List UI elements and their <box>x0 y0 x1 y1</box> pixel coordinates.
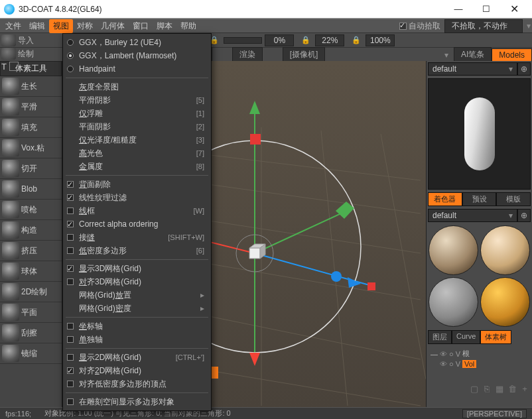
menu-item[interactable]: GGX，Lambert (Marmoset) <box>63 49 211 62</box>
voxel-tree: —👁○V根 👁○VVol <box>427 345 532 371</box>
menu-item[interactable]: GGX，Burley 12 (UE4) <box>63 36 211 49</box>
tool-球体[interactable]: 球体 <box>0 261 62 282</box>
menu-item[interactable]: 线框[W] <box>63 204 211 217</box>
menu-item[interactable]: 对齐低密度多边形的顶点 <box>63 377 211 390</box>
tool-构造[interactable]: 构造 <box>0 220 62 241</box>
menu-item[interactable]: 显示3D网格(Grid) <box>63 262 211 275</box>
tool-切开[interactable]: 切开 <box>0 158 62 179</box>
tool-平面[interactable]: 平面 <box>0 302 62 323</box>
rect-tool-icon[interactable] <box>9 62 19 71</box>
menu-item[interactable]: 金属度[8] <box>63 160 211 173</box>
menu-脚本[interactable]: 脚本 <box>153 19 176 33</box>
menu-item[interactable]: 背面剔除 <box>63 178 211 191</box>
shader-add-button[interactable]: ⊕ <box>517 209 531 222</box>
menu-item[interactable]: 高光色[7] <box>63 147 211 160</box>
lock-icon[interactable]: 🔒 <box>352 36 361 44</box>
tool-生长[interactable]: 生长 <box>0 76 62 97</box>
menu-item[interactable]: 对齐3D网格(Grid) <box>63 275 211 288</box>
menu-item[interactable]: 仅光泽度/粗糙度[3] <box>63 133 211 147</box>
shader-tab-1[interactable]: 预设 <box>462 192 497 206</box>
svg-rect-20 <box>250 134 261 145</box>
layer-tab-0[interactable]: 图层 <box>428 330 452 344</box>
tree-tool-icon[interactable]: 🗑 <box>507 384 517 394</box>
eye-icon[interactable]: 👁 <box>440 350 447 358</box>
eye-icon[interactable]: 👁 <box>440 360 447 368</box>
opacity-slider[interactable] <box>224 37 262 44</box>
menu-item[interactable]: 单独轴 <box>63 333 211 346</box>
menu-item[interactable]: Handpaint <box>63 62 211 76</box>
shader-tab-2[interactable]: 模版 <box>496 192 531 206</box>
menu-item[interactable]: 线性纹理过滤 <box>63 191 211 204</box>
close-button[interactable]: ✕ <box>500 0 528 19</box>
maximize-button[interactable]: ☐ <box>472 0 500 19</box>
import-button[interactable]: 导入 <box>1 34 61 47</box>
tool-填充[interactable]: 填充 <box>0 117 62 138</box>
menu-文件[interactable]: 文件 <box>1 19 25 33</box>
shader-ball-3[interactable] <box>429 277 478 327</box>
menu-item[interactable]: 平面阴影[2] <box>63 120 211 133</box>
lock-icon[interactable]: 🔒 <box>301 36 310 44</box>
menu-overflow-icon[interactable]: ▾ <box>527 21 531 30</box>
tool-喷枪[interactable]: 喷枪 <box>0 200 62 220</box>
tool-2D绘制[interactable]: 2D绘制 <box>0 282 62 302</box>
tool-镜缩[interactable]: 镜缩 <box>0 343 62 364</box>
tree-row-vol[interactable]: 👁○VVol <box>431 359 528 369</box>
menu-item[interactable]: 网格(Grid)放置▸ <box>63 288 211 302</box>
window-titlebar: 3D-COAT 4.8.42(GL64) — ☐ ✕ <box>0 0 532 19</box>
ai-brush-button[interactable]: AI笔条 <box>454 47 492 62</box>
models-tab[interactable]: Models <box>492 48 532 62</box>
tool-Vox.粘[interactable]: Vox.粘 <box>0 138 62 158</box>
opacity-value[interactable]: 0% <box>265 34 294 46</box>
menu-item[interactable]: 在雕刻空间显示多边形对象 <box>63 395 211 408</box>
menu-几何体[interactable]: 几何体 <box>97 19 129 33</box>
menu-item[interactable]: Correct alpha ordering <box>63 217 211 231</box>
menu-item[interactable]: 显示2D网格(Grid)[CTRL+'] <box>63 351 211 364</box>
tree-row-root[interactable]: —👁○V根 <box>431 348 528 359</box>
slider3-value[interactable]: 22% <box>315 34 344 46</box>
layer-tab-1[interactable]: Curve <box>452 330 480 344</box>
layer-tab-2[interactable]: 体素树 <box>480 330 511 344</box>
tree-tool-icon[interactable]: ⎘ <box>482 384 492 394</box>
tool-平滑[interactable]: 平滑 <box>0 97 62 117</box>
menu-item[interactable]: 低密度多边形[6] <box>63 244 211 257</box>
menu-item[interactable]: 坐标轴 <box>63 320 211 333</box>
menu-item[interactable]: 接缝[SHIFT+W] <box>63 231 211 244</box>
menu-窗口[interactable]: 窗口 <box>129 19 153 33</box>
svg-rect-24 <box>367 282 375 290</box>
menu-帮助[interactable]: 帮助 <box>176 19 200 33</box>
menu-对称[interactable]: 对称 <box>73 19 97 33</box>
tool-Blob[interactable]: Blob <box>0 179 62 200</box>
shader-dropdown[interactable]: default <box>428 209 517 222</box>
render-tab[interactable]: 渲染 <box>232 47 263 62</box>
preset-add-button[interactable]: ⊕ <box>517 62 531 76</box>
pickmode-dropdown[interactable]: 不拾取，不动作 <box>444 19 523 33</box>
shader-ball-2[interactable] <box>480 225 530 275</box>
menu-编辑[interactable]: 编辑 <box>25 19 49 33</box>
minimize-button[interactable]: — <box>444 0 472 19</box>
tree-tool-icon[interactable]: + <box>520 384 529 394</box>
slider4-value[interactable]: 100% <box>366 34 395 46</box>
tool-icon <box>2 180 19 198</box>
paint-button[interactable]: 绘制 <box>1 47 61 60</box>
panel-handle[interactable] <box>212 367 218 379</box>
tree-tool-icon[interactable]: ▢ <box>470 384 479 394</box>
shader-ball-1[interactable] <box>429 225 478 275</box>
text-tool-icon[interactable]: T <box>1 62 7 72</box>
shader-tab-0[interactable]: 着色器 <box>428 192 462 206</box>
menu-item[interactable]: 平滑阴影[5] <box>63 93 211 107</box>
menu-item[interactable]: 仅浮雕[1] <box>63 107 211 120</box>
tree-tool-icon[interactable]: ▦ <box>495 384 504 394</box>
menu-item[interactable]: 灰度全景图 <box>63 80 211 93</box>
projection-mode[interactable]: [PERSPECTIVE] <box>462 409 527 418</box>
tool-icon <box>2 283 19 300</box>
menu-item[interactable]: 对齐2D网格(Grid) <box>63 364 211 377</box>
shader-ball-4[interactable] <box>480 277 530 327</box>
menu-视图[interactable]: 视图 <box>49 19 73 33</box>
svg-line-15 <box>255 213 341 253</box>
tool-刮擦[interactable]: 刮擦 <box>0 323 62 343</box>
menu-item[interactable]: 网格(Grid)密度▸ <box>63 302 211 315</box>
camera-tab[interactable]: [摄像机] <box>283 47 326 62</box>
autopick-toggle[interactable]: 自动拾取 <box>399 21 440 32</box>
preset-dropdown[interactable]: default <box>428 62 517 76</box>
tool-挤压[interactable]: 挤压 <box>0 241 62 261</box>
